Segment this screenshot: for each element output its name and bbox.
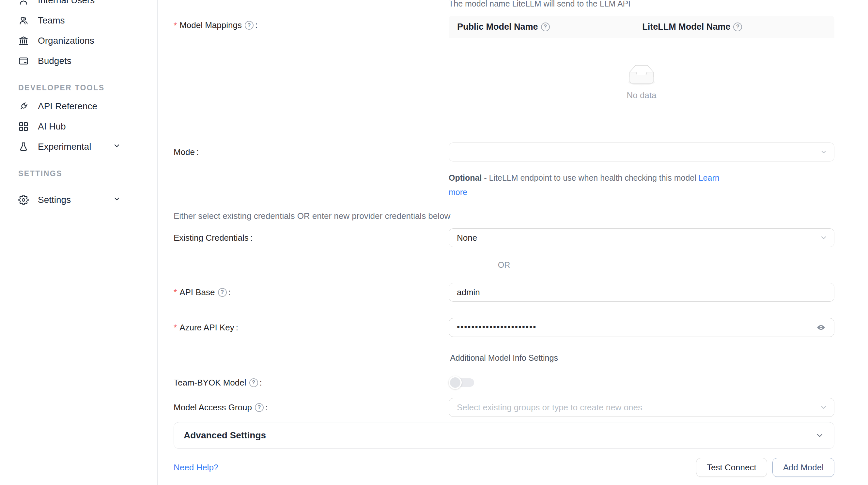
help-icon[interactable]: ?	[218, 288, 227, 297]
help-icon[interactable]: ?	[733, 23, 742, 31]
model-name-hint-row: The model name LiteLLM will send to the …	[174, 0, 834, 8]
sidebar-item-label: AI Hub	[38, 121, 66, 132]
required-asterisk: *	[174, 21, 177, 30]
user-icon	[18, 0, 29, 5]
team-byok-row: Team-BYOK Model ? :	[174, 376, 834, 389]
model-access-group-select[interactable]: Select existing groups or type to create…	[449, 398, 834, 417]
gear-icon	[18, 195, 29, 205]
model-mappings-label: * Model Mappings ? :	[174, 20, 449, 30]
required-asterisk: *	[174, 323, 177, 332]
existing-credentials-row: Existing Credentials : None	[174, 228, 834, 247]
chevron-down-icon	[113, 195, 121, 205]
mode-hint: Optional - LiteLLM endpoint to use when …	[449, 170, 736, 199]
existing-credentials-select[interactable]: None	[449, 228, 834, 247]
credentials-note: Either select existing credentials OR en…	[174, 211, 834, 221]
masked-password-value: ••••••••••••••••••••••	[457, 322, 536, 332]
help-icon[interactable]: ?	[245, 21, 253, 30]
table-empty-state: No data	[449, 38, 834, 128]
sidebar-item-ai-hub[interactable]: AI Hub	[0, 117, 157, 137]
help-icon[interactable]: ?	[249, 378, 258, 387]
sidebar: Internal Users Teams Organizations Budge…	[0, 0, 158, 485]
table-header: Public Model Name ? LiteLLM Model Name ?	[449, 15, 834, 38]
credit-card-icon	[18, 56, 29, 66]
sidebar-item-organizations[interactable]: Organizations	[0, 31, 157, 51]
bank-icon	[18, 36, 29, 46]
team-byok-toggle[interactable]	[449, 376, 474, 389]
sidebar-section-settings: SETTINGS	[0, 157, 157, 182]
existing-credentials-label: Existing Credentials :	[174, 233, 449, 243]
sidebar-item-settings[interactable]: Settings	[0, 190, 157, 210]
mode-hint-row: Optional - LiteLLM endpoint to use when …	[174, 161, 834, 199]
advanced-settings-title: Advanced Settings	[184, 430, 266, 441]
sidebar-item-label: Organizations	[38, 36, 94, 46]
api-icon	[18, 101, 29, 111]
need-help-link[interactable]: Need Help?	[174, 462, 218, 473]
chevron-down-icon	[815, 431, 824, 440]
azure-api-key-input[interactable]: ••••••••••••••••••••••	[449, 318, 834, 337]
existing-credentials-value: None	[457, 233, 477, 243]
empty-inbox-icon	[625, 65, 658, 87]
model-access-group-placeholder: Select existing groups or type to create…	[457, 402, 642, 413]
model-mappings-table: Public Model Name ? LiteLLM Model Name ?	[449, 15, 834, 128]
api-base-value: admin	[457, 287, 480, 297]
team-byok-label: Team-BYOK Model ? :	[174, 378, 449, 388]
chevron-down-icon	[820, 403, 828, 411]
azure-api-key-label: * Azure API Key :	[174, 323, 449, 333]
model-mappings-row: * Model Mappings ? : Public Model Name ?…	[174, 8, 834, 128]
model-name-hint: The model name LiteLLM will send to the …	[449, 0, 834, 8]
form-footer: Need Help? Test Connect Add Model	[174, 458, 834, 477]
api-base-label: * API Base ? :	[174, 287, 449, 297]
or-divider: OR	[174, 260, 834, 270]
required-asterisk: *	[174, 288, 177, 296]
sidebar-item-experimental[interactable]: Experimental	[0, 137, 157, 157]
chevron-down-icon	[820, 148, 828, 156]
model-access-group-label: Model Access Group ? :	[174, 402, 449, 413]
no-data-text: No data	[626, 90, 656, 100]
model-access-group-row: Model Access Group ? : Select existing g…	[174, 398, 834, 417]
test-connect-button[interactable]: Test Connect	[696, 458, 767, 477]
advanced-settings-panel[interactable]: Advanced Settings	[174, 422, 834, 449]
add-model-form: The model name LiteLLM will send to the …	[158, 0, 839, 485]
sidebar-item-teams[interactable]: Teams	[0, 10, 157, 31]
help-icon[interactable]: ?	[541, 23, 550, 31]
additional-settings-divider: Additional Model Info Settings	[174, 353, 834, 363]
sidebar-item-label: Settings	[38, 195, 71, 205]
sidebar-item-label: Budgets	[38, 56, 71, 66]
sidebar-item-internal-users[interactable]: Internal Users	[0, 0, 157, 10]
toggle-knob	[449, 376, 462, 389]
mode-row: Mode :	[174, 142, 834, 161]
chevron-down-icon	[820, 234, 828, 242]
sidebar-item-label: Teams	[38, 15, 65, 26]
teams-icon	[18, 15, 29, 26]
mode-label: Mode :	[174, 147, 449, 157]
add-model-button[interactable]: Add Model	[772, 458, 834, 477]
sidebar-item-label: Experimental	[38, 141, 91, 152]
grid-icon	[18, 121, 29, 132]
password-visibility-toggle[interactable]	[814, 322, 828, 333]
sidebar-item-budgets[interactable]: Budgets	[0, 51, 157, 71]
app-root: Internal Users Teams Organizations Budge…	[0, 0, 868, 485]
sidebar-section-developer-tools: DEVELOPER TOOLS	[0, 71, 157, 96]
api-base-row: * API Base ? : admin	[174, 283, 834, 302]
sidebar-item-label: Internal Users	[38, 0, 95, 5]
api-base-input[interactable]: admin	[449, 283, 834, 302]
mode-select[interactable]	[449, 142, 834, 161]
column-public-model-name: Public Model Name ?	[449, 15, 634, 38]
chevron-down-icon	[113, 141, 121, 152]
eye-icon	[814, 323, 828, 332]
azure-api-key-row: * Azure API Key : ••••••••••••••••••••••	[174, 318, 834, 337]
flask-icon	[18, 141, 29, 152]
sidebar-item-api-reference[interactable]: API Reference	[0, 96, 157, 117]
help-icon[interactable]: ?	[255, 403, 264, 412]
column-litellm-model-name: LiteLLM Model Name ?	[634, 15, 834, 38]
sidebar-item-label: API Reference	[38, 101, 97, 111]
